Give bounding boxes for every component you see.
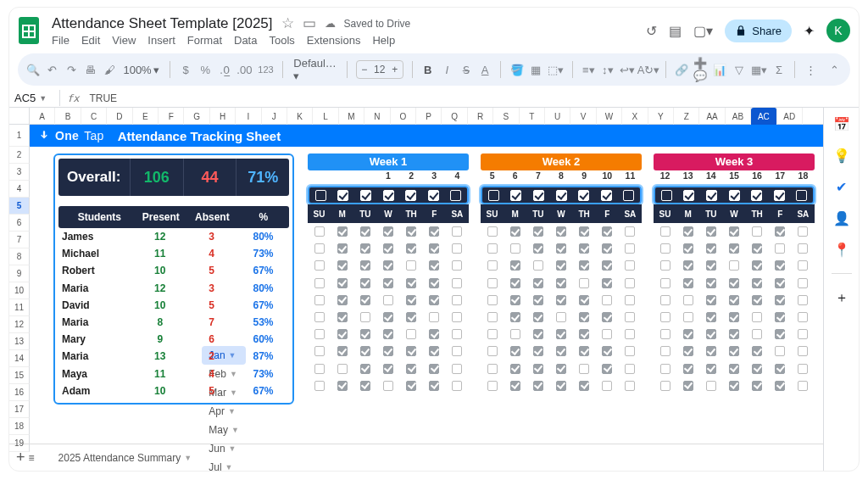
attendance-row[interactable] (308, 377, 469, 394)
attendance-row[interactable] (481, 326, 642, 343)
attendance-row[interactable] (654, 377, 815, 394)
master-row[interactable] (654, 186, 815, 204)
col-E[interactable]: E (133, 108, 159, 125)
attendance-row[interactable] (308, 240, 469, 257)
row-4[interactable]: 4 (9, 181, 30, 198)
attendance-row[interactable] (308, 257, 469, 274)
col-AC[interactable]: AC (751, 108, 776, 125)
col-O[interactable]: O (391, 108, 416, 125)
star-icon[interactable]: ☆ (281, 14, 294, 32)
menu-view[interactable]: View (112, 34, 136, 47)
collapse-sidebar-icon[interactable]: ⌃ (828, 61, 842, 78)
col-Z[interactable]: Z (674, 108, 699, 125)
row-12[interactable]: 12 (9, 316, 30, 333)
row-3[interactable]: 3 (9, 164, 30, 181)
row-14[interactable]: 14 (9, 350, 30, 367)
attendance-row[interactable] (481, 257, 642, 274)
halign-icon[interactable]: ≡▾ (581, 61, 595, 78)
undo-icon[interactable]: ↶ (45, 61, 58, 78)
attendance-row[interactable] (308, 360, 469, 377)
name-box[interactable]: AC5▼ (9, 90, 60, 106)
master-row[interactable] (308, 186, 469, 204)
col-D[interactable]: D (107, 108, 132, 125)
increase-decimal-icon[interactable]: .00 (236, 61, 252, 78)
comments-icon[interactable]: ▤ (669, 23, 682, 39)
col-AB[interactable]: AB (726, 108, 751, 125)
wrap-icon[interactable]: ↩▾ (620, 61, 635, 78)
attendance-row[interactable] (654, 240, 815, 257)
tab-jul[interactable]: Jul▼ (202, 458, 246, 472)
col-U[interactable]: U (545, 108, 570, 125)
col-T[interactable]: T (520, 108, 545, 125)
col-Q[interactable]: Q (442, 108, 467, 125)
student-row[interactable]: David10567% (58, 297, 289, 314)
row-7[interactable]: 7 (9, 232, 30, 248)
row-6[interactable]: 6 (9, 215, 30, 232)
select-all-corner[interactable] (9, 108, 30, 124)
font-size-stepper[interactable]: − 12 + (356, 60, 403, 79)
paint-format-icon[interactable]: 🖌 (103, 61, 116, 78)
maps-addon-icon[interactable]: 📍 (833, 242, 850, 258)
menu-file[interactable]: File (52, 34, 70, 47)
col-A[interactable]: A (30, 108, 55, 125)
contacts-addon-icon[interactable]: 👤 (833, 210, 850, 226)
valign-icon[interactable]: ↕▾ (601, 61, 615, 78)
student-row[interactable]: Robert10567% (58, 262, 289, 279)
attendance-row[interactable] (654, 275, 815, 292)
attendance-row[interactable] (308, 292, 469, 309)
student-row[interactable]: Mary9660% (58, 331, 289, 348)
tab-summary[interactable]: 2025 Attendance Summary▼ (52, 449, 199, 467)
italic-icon[interactable]: I (440, 61, 453, 78)
col-R[interactable]: R (468, 108, 493, 125)
attendance-row[interactable] (654, 309, 815, 326)
doc-title[interactable]: Attendance Sheet Template [2025] (52, 15, 273, 32)
menu-extensions[interactable]: Extensions (307, 34, 361, 47)
functions-icon[interactable]: Σ (772, 61, 786, 78)
calendar-addon-icon[interactable]: 📅 (833, 116, 850, 132)
col-I[interactable]: I (236, 108, 261, 125)
col-B[interactable]: B (55, 108, 81, 125)
col-J[interactable]: J (262, 108, 287, 125)
row-9[interactable]: 9 (9, 265, 30, 282)
col-K[interactable]: K (287, 108, 313, 125)
col-AA[interactable]: AA (699, 108, 725, 125)
row-1[interactable]: 1 (9, 125, 30, 147)
col-P[interactable]: P (416, 108, 442, 125)
col-W[interactable]: W (597, 108, 622, 125)
menu-insert[interactable]: Insert (147, 34, 175, 47)
attendance-row[interactable] (308, 326, 469, 343)
number-format-icon[interactable]: 123 (257, 61, 274, 78)
font-increase[interactable]: + (387, 64, 403, 75)
attendance-row[interactable] (481, 309, 642, 326)
col-AD[interactable]: AD (777, 108, 803, 125)
attendance-row[interactable] (308, 275, 469, 292)
row-16[interactable]: 16 (9, 384, 30, 401)
row-18[interactable]: 18 (9, 418, 30, 435)
menu-edit[interactable]: Edit (81, 34, 100, 47)
attendance-row[interactable] (654, 223, 815, 240)
row-8[interactable]: 8 (9, 248, 30, 265)
row-19[interactable]: 19 (9, 435, 30, 452)
formula-input[interactable]: TRUE (86, 92, 120, 104)
row-headers[interactable]: 12345678910111213141516171819 (9, 125, 30, 444)
student-row[interactable]: Michael11473% (58, 245, 289, 262)
col-N[interactable]: N (364, 108, 390, 125)
fill-color-icon[interactable]: 🪣 (509, 61, 523, 78)
attendance-row[interactable] (654, 360, 815, 377)
account-avatar[interactable]: K (826, 19, 850, 42)
font-decrease[interactable]: − (357, 64, 372, 75)
bold-icon[interactable]: B (421, 61, 435, 78)
print-icon[interactable]: 🖶 (83, 61, 97, 78)
col-L[interactable]: L (313, 108, 338, 125)
student-row[interactable]: Maria13287% (58, 348, 289, 365)
currency-icon[interactable]: $ (179, 61, 193, 78)
attendance-row[interactable] (481, 343, 642, 360)
attendance-row[interactable] (481, 223, 642, 240)
student-row[interactable]: James12380% (58, 228, 289, 245)
filter-icon[interactable]: ▽ (732, 61, 745, 78)
table-icon[interactable]: ▦▾ (751, 61, 767, 78)
link-icon[interactable]: 🔗 (675, 61, 688, 78)
attendance-row[interactable] (481, 240, 642, 257)
share-button[interactable]: Share (725, 20, 792, 42)
spreadsheet-cells[interactable]: OneTap Attendance Tracking Sheet Overall… (30, 125, 823, 444)
